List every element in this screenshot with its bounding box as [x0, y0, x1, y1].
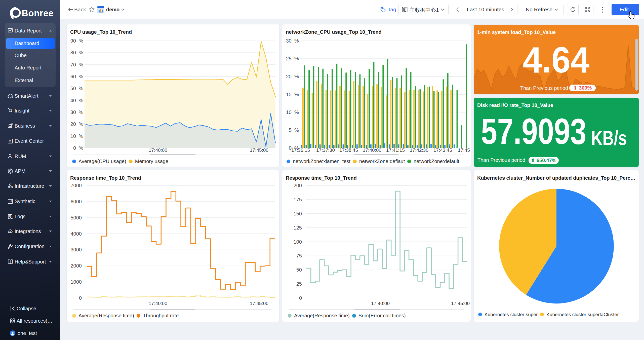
svg-text:50: 50 [296, 267, 302, 273]
svg-text:25: 25 [286, 56, 292, 61]
svg-text:15: 15 [286, 92, 292, 97]
svg-text:%: % [79, 133, 83, 139]
svg-text:17:37:30: 17:37:30 [316, 147, 335, 153]
svg-text:17:42:30: 17:42:30 [410, 147, 428, 153]
svg-text:%: % [294, 92, 299, 97]
svg-text:1000: 1000 [71, 279, 82, 285]
svg-text:150: 150 [294, 211, 302, 216]
svg-text:17:38:45: 17:38:45 [339, 147, 358, 153]
svg-text:17:43:45: 17:43:45 [433, 147, 452, 153]
svg-text:30: 30 [286, 38, 292, 44]
svg-text:5000: 5000 [71, 215, 82, 220]
svg-text:70: 70 [70, 62, 76, 67]
svg-text:Bonree: Bonree [22, 8, 54, 18]
svg-text:%: % [79, 50, 83, 55]
svg-text:17:36:15: 17:36:15 [291, 147, 310, 153]
svg-text:20: 20 [286, 74, 292, 79]
svg-text:6000: 6000 [71, 199, 82, 204]
svg-text:%: % [79, 86, 83, 91]
svg-text:75: 75 [296, 253, 302, 258]
svg-text:17:45:00: 17:45:00 [250, 147, 268, 153]
svg-text:%: % [294, 127, 299, 133]
svg-text:100: 100 [294, 239, 302, 245]
svg-text:30: 30 [70, 109, 76, 115]
svg-text:%: % [294, 38, 299, 44]
svg-text:0: 0 [299, 295, 302, 301]
svg-text:17:45:00: 17:45:00 [250, 301, 268, 306]
svg-text:%: % [79, 121, 83, 127]
svg-text:17:45:00: 17:45:00 [451, 301, 470, 306]
svg-text:50: 50 [70, 86, 76, 91]
svg-text:125: 125 [294, 225, 302, 231]
svg-text:17:40:00: 17:40:00 [371, 301, 390, 306]
svg-text:10: 10 [70, 133, 76, 139]
svg-text:10: 10 [286, 109, 292, 115]
svg-text:0: 0 [79, 295, 82, 301]
svg-text:17:40:00: 17:40:00 [363, 147, 381, 153]
svg-text:0: 0 [73, 145, 76, 151]
svg-text:%: % [79, 38, 83, 44]
svg-text:%: % [79, 145, 83, 151]
svg-text:2000: 2000 [71, 263, 82, 269]
svg-text:%: % [294, 109, 299, 115]
svg-text:80: 80 [70, 50, 76, 55]
svg-text:60: 60 [70, 74, 76, 79]
svg-text:%: % [79, 109, 83, 115]
svg-text:25: 25 [296, 281, 302, 287]
svg-text:175: 175 [294, 197, 302, 202]
svg-text:%: % [294, 56, 299, 61]
svg-text:90: 90 [70, 38, 76, 44]
svg-text:%: % [79, 98, 83, 103]
svg-text:40: 40 [70, 98, 76, 103]
svg-text:17:41:15: 17:41:15 [386, 147, 405, 153]
svg-text:17:40:00: 17:40:00 [149, 301, 167, 306]
svg-text:17:45: 17:45 [458, 147, 470, 153]
svg-text:17:40:00: 17:40:00 [149, 147, 167, 153]
svg-text:5: 5 [289, 127, 292, 133]
svg-text:7000: 7000 [71, 183, 82, 188]
svg-text:20: 20 [70, 121, 76, 127]
svg-text:%: % [79, 74, 83, 79]
svg-text:%: % [294, 74, 299, 79]
svg-text:4000: 4000 [71, 231, 82, 237]
svg-text:%: % [79, 62, 83, 67]
svg-text:3000: 3000 [71, 247, 82, 252]
svg-text:200: 200 [294, 183, 302, 188]
